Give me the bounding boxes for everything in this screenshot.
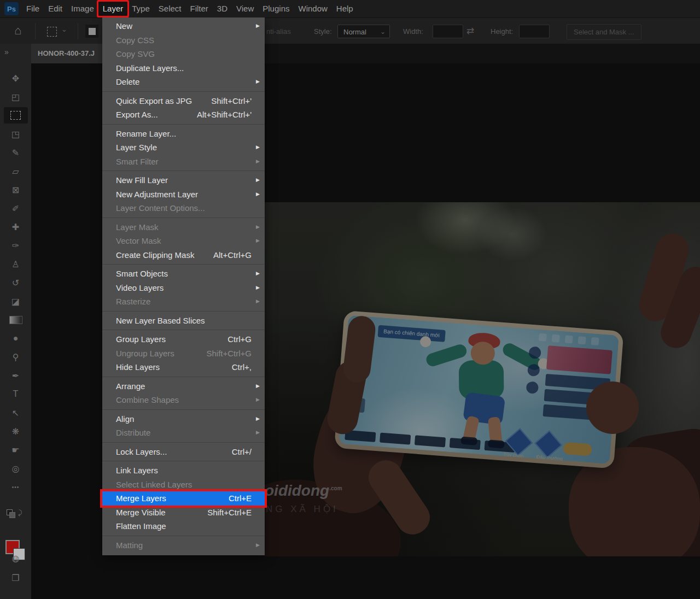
menubar-item-select[interactable]: Select <box>154 2 186 16</box>
move-tool[interactable]: ✥ <box>0 69 31 87</box>
background-mini-swatch <box>9 512 15 518</box>
menu-item-distribute: Distribute <box>102 426 265 440</box>
object-selection-tool[interactable]: ✎ <box>0 143 31 162</box>
menu-item-quick-export-jpg[interactable]: Quick Export as JPG Shift+Ctrl+' <box>102 94 265 108</box>
toolbar-expander-button[interactable]: » <box>0 44 31 63</box>
menu-item-merge-visible[interactable]: Merge Visible Shift+Ctrl+E <box>102 506 265 520</box>
menu-item-group-layers[interactable]: Group Layers Ctrl+G <box>102 332 265 347</box>
eyedropper-tool[interactable]: ✐ <box>0 199 31 218</box>
submenu-arrow-icon <box>256 234 260 248</box>
photo-hands-holding-phone: Bạn có chiến danh mới <box>265 202 700 556</box>
menu-item-smart-objects[interactable]: Smart Objects <box>102 267 265 281</box>
menu-item-create-clipping-mask[interactable]: Create Clipping Mask Alt+Ctrl+G <box>102 248 265 262</box>
chevron-down-icon[interactable]: ⌄ <box>61 25 67 33</box>
crop-tool[interactable]: ◰ <box>0 87 31 106</box>
menu-item-video-layers[interactable]: Video Layers <box>102 281 265 295</box>
gradient-tool[interactable] <box>0 310 31 329</box>
menubar-item-3d[interactable]: 3D <box>213 2 232 16</box>
dodge-tool[interactable]: ⚲ <box>0 348 31 366</box>
menu-item-duplicate-layers[interactable]: Duplicate Layers... <box>102 61 265 75</box>
menubar-item-edit[interactable]: Edit <box>44 2 67 16</box>
menu-item-hide-layers[interactable]: Hide Layers Ctrl+, <box>102 360 265 374</box>
menu-item-new-layer-based-slices[interactable]: New Layer Based Slices <box>102 314 265 328</box>
zoom-tool[interactable]: ◎ <box>0 459 31 478</box>
dim-overlay <box>265 202 700 556</box>
marquee-tool[interactable] <box>4 107 28 124</box>
menu-item-copy-svg: Copy SVG <box>102 47 265 61</box>
menu-item-vector-mask: Vector Mask <box>102 234 265 248</box>
chevron-down-icon: ⌄ <box>380 25 386 39</box>
menu-item-export-as[interactable]: Export As... Alt+Shift+Ctrl+' <box>102 108 265 122</box>
menu-item-new[interactable]: New <box>102 19 265 33</box>
submenu-arrow-icon <box>256 75 260 89</box>
layer-menu-dropdown: New Copy CSS Copy SVG Duplicate Layers..… <box>102 16 265 555</box>
submenu-arrow-icon <box>256 426 260 440</box>
menu-item-copy-css: Copy CSS <box>102 33 265 48</box>
home-icon[interactable]: ⌂ <box>14 24 21 38</box>
document-tab[interactable]: HONOR-400-37.J <box>31 44 102 63</box>
menu-item-delete[interactable]: Delete <box>102 75 265 89</box>
transform-tool[interactable]: ▱ <box>0 162 31 180</box>
menu-item-flatten-image[interactable]: Flatten Image <box>102 519 265 533</box>
menubar-item-file[interactable]: File <box>22 2 44 16</box>
style-select[interactable]: Normal ⌄ <box>337 25 390 38</box>
tool-preset-marquee-icon[interactable] <box>47 27 57 37</box>
menubar-item-window[interactable]: Window <box>294 2 331 16</box>
shape-tool[interactable]: ❋ <box>0 422 31 441</box>
menu-item-new-fill-layer[interactable]: New Fill Layer <box>102 173 265 187</box>
frame-tool[interactable]: ⊠ <box>0 180 31 199</box>
menu-item-link-layers[interactable]: Link Layers <box>102 463 265 478</box>
blur-tool[interactable]: ● <box>0 329 31 348</box>
menubar-item-view[interactable]: View <box>232 2 258 16</box>
submenu-arrow-icon <box>256 393 260 407</box>
history-brush-tool[interactable]: ↺ <box>0 273 31 292</box>
submenu-arrow-icon <box>256 220 260 234</box>
menubar-item-plugins[interactable]: Plugins <box>258 2 294 16</box>
height-label: Height: <box>491 27 513 36</box>
menu-item-combine-shapes: Combine Shapes <box>102 393 265 407</box>
new-selection-mode-icon[interactable] <box>85 25 98 38</box>
menu-item-layer-style[interactable]: Layer Style <box>102 140 265 155</box>
menubar-item-help[interactable]: Help <box>332 2 358 16</box>
menu-item-lock-layers[interactable]: Lock Layers... Ctrl+/ <box>102 445 265 459</box>
width-input[interactable] <box>433 25 463 38</box>
submenu-arrow-icon <box>256 140 260 155</box>
screen-mode-button[interactable]: ❐ <box>0 568 31 587</box>
menu-item-layer-mask: Layer Mask <box>102 220 265 234</box>
quick-mask-button[interactable]: ◍ <box>0 549 31 567</box>
select-and-mask-button[interactable]: Select and Mask ... <box>567 24 641 40</box>
menubar-item-filter[interactable]: Filter <box>186 2 213 16</box>
photoshop-logo-icon: Ps <box>4 2 19 15</box>
more-tools[interactable]: ••• <box>0 478 31 496</box>
antialias-label: nti-alias <box>266 27 291 36</box>
swap-colors-icon: ⤸ <box>18 509 22 516</box>
divider <box>35 23 36 39</box>
submenu-arrow-icon <box>256 412 260 426</box>
menubar: Ps File Edit Image Layer Type Select Fil… <box>0 0 700 17</box>
menubar-item-type[interactable]: Type <box>127 2 154 16</box>
menu-item-arrange[interactable]: Arrange <box>102 379 265 394</box>
submenu-arrow-icon <box>256 173 260 187</box>
menu-item-merge-layers[interactable]: Merge Layers Ctrl+E <box>102 491 265 506</box>
menu-item-rename-layer[interactable]: Rename Layer... <box>102 127 265 141</box>
submenu-arrow-icon <box>256 281 260 295</box>
swap-dimensions-icon[interactable]: ⇄ <box>466 25 474 37</box>
height-input[interactable] <box>519 25 550 38</box>
style-label: Style: <box>314 27 332 36</box>
brush-tool[interactable]: ✑ <box>0 236 31 255</box>
menu-item-new-adjustment-layer[interactable]: New Adjustment Layer <box>102 187 265 202</box>
path-select-tool[interactable]: ↖ <box>0 403 31 422</box>
eraser-tool[interactable]: ◪ <box>0 292 31 310</box>
menu-item-layer-content-options: Layer Content Options... <box>102 201 265 215</box>
hand-tool[interactable]: ☛ <box>0 441 31 459</box>
submenu-arrow-icon <box>256 155 260 169</box>
clone-stamp-tool[interactable]: ♙ <box>0 255 31 273</box>
type-tool[interactable]: T <box>0 385 31 403</box>
pen-tool[interactable]: ✒ <box>0 366 31 385</box>
slice-tool[interactable]: ◳ <box>0 125 31 143</box>
default-swap-colors-widget[interactable]: ⤸ <box>0 507 31 521</box>
menu-item-align[interactable]: Align <box>102 412 265 426</box>
healing-tool[interactable]: ✚ <box>0 218 31 236</box>
menubar-item-image[interactable]: Image <box>67 2 98 16</box>
menubar-item-layer[interactable]: Layer <box>98 2 128 16</box>
